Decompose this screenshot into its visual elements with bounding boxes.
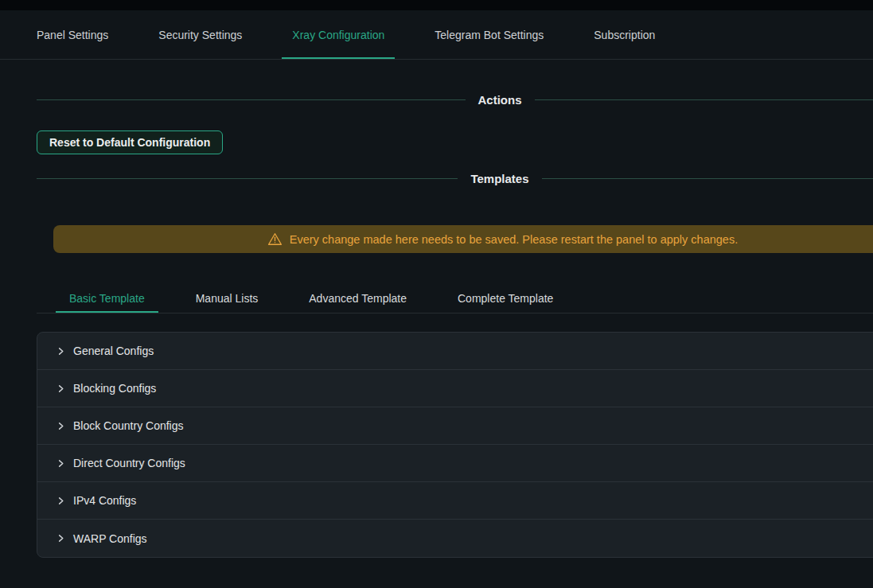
collapse-row-label: IPv4 Configs [73, 494, 136, 507]
tab-basic-template[interactable]: Basic Template [56, 283, 158, 313]
tab-manual-lists[interactable]: Manual Lists [182, 283, 272, 313]
tab-xray-configuration[interactable]: Xray Configuration [282, 10, 395, 59]
collapse-row-label: General Configs [73, 345, 154, 357]
main-tabbar: Panel Settings Security Settings Xray Co… [0, 10, 873, 60]
templates-divider-title: Templates [470, 172, 528, 185]
collapse-row-label: WARP Configs [73, 532, 147, 545]
restart-warning-alert: Every change made here needs to be saved… [53, 225, 873, 253]
collapse-general-configs[interactable]: General Configs [37, 333, 873, 370]
collapse-row-label: Block Country Configs [73, 419, 184, 432]
divider-line [542, 178, 873, 179]
chevron-right-icon [57, 459, 65, 468]
divider-line [37, 178, 458, 179]
templates-divider: Templates [37, 172, 873, 185]
xray-configuration-panel: Actions Reset to Default Configuration T… [37, 60, 873, 558]
top-strip [0, 0, 873, 10]
actions-divider: Actions [37, 93, 873, 107]
chevron-right-icon [57, 422, 65, 430]
collapse-blocking-configs[interactable]: Blocking Configs [37, 370, 873, 407]
chevron-right-icon [57, 347, 65, 356]
collapse-warp-configs[interactable]: WARP Configs [37, 520, 873, 557]
reset-to-default-button[interactable]: Reset to Default Configuration [37, 130, 223, 154]
actions-divider-title: Actions [478, 93, 522, 107]
tab-complete-template[interactable]: Complete Template [444, 283, 567, 313]
divider-line [37, 99, 466, 100]
collapse-ipv4-configs[interactable]: IPv4 Configs [37, 482, 873, 520]
divider-line [535, 99, 873, 100]
chevron-right-icon [57, 534, 65, 543]
collapse-block-country-configs[interactable]: Block Country Configs [37, 407, 873, 445]
chevron-right-icon [57, 384, 65, 393]
tab-telegram-bot-settings[interactable]: Telegram Bot Settings [424, 10, 554, 59]
restart-warning-text: Every change made here needs to be saved… [290, 233, 738, 246]
tab-advanced-template[interactable]: Advanced Template [295, 283, 420, 313]
template-tabbar: Basic Template Manual Lists Advanced Tem… [37, 283, 873, 313]
tab-security-settings[interactable]: Security Settings [148, 10, 252, 59]
chevron-right-icon [57, 496, 65, 505]
collapse-direct-country-configs[interactable]: Direct Country Configs [37, 445, 873, 482]
tab-subscription[interactable]: Subscription [583, 10, 665, 59]
config-collapse-list: General Configs Blocking Configs Block C… [37, 332, 873, 558]
warning-triangle-icon [267, 232, 283, 247]
collapse-row-label: Blocking Configs [73, 382, 156, 395]
collapse-row-label: Direct Country Configs [73, 457, 185, 469]
tab-panel-settings[interactable]: Panel Settings [26, 10, 119, 59]
